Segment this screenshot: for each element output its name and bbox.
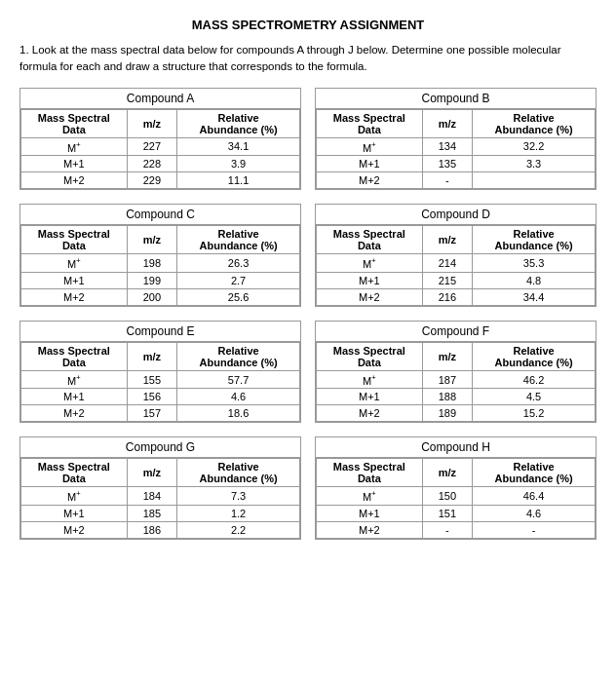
label-cell: M+1 [317,272,423,288]
col-header-mz-D: m/z [422,226,472,254]
compounds-grid: Compound A Mass SpectralData m/z Relativ… [19,88,597,541]
mz-cell: 185 [127,506,176,522]
label-cell: M+ [317,137,423,156]
label-cell: M+ [317,370,423,389]
table-row: M+2 157 18.6 [21,405,300,422]
rel-cell: 34.4 [473,288,596,305]
mz-cell: 228 [127,156,176,172]
table-row: M+ 155 57.7 [21,370,300,389]
col-header-mz-A: m/z [127,109,176,137]
mz-cell: 184 [127,487,176,506]
label-cell: M+1 [21,506,128,522]
table-row: M+2 186 2.2 [21,522,300,539]
mz-cell: 134 [422,137,472,156]
mz-cell: 155 [127,370,176,389]
table-row: M+ 150 46.4 [317,487,596,506]
table-row: M+2 216 34.4 [317,288,596,305]
mz-cell: 135 [422,156,472,172]
compound-block-C: Compound C Mass SpectralData m/z Relativ… [19,204,301,307]
col-header-label-A: Mass SpectralData [21,109,128,137]
intro-text: 1. Look at the mass spectral data below … [19,42,597,76]
rel-cell: 1.2 [177,506,300,522]
col-header-label-C: Mass SpectralData [21,226,128,254]
table-row: M+ 134 32.2 [317,137,596,156]
label-cell: M+ [21,137,128,156]
compound-title-C: Compound C [20,205,300,225]
compound-title-B: Compound B [316,89,596,109]
rel-cell: 7.3 [177,487,300,506]
label-cell: M+2 [21,172,128,189]
compound-block-F: Compound F Mass SpectralData m/z Relativ… [315,321,597,424]
rel-cell: 25.6 [177,288,300,305]
compounds-row-4: Compound G Mass SpectralData m/z Relativ… [19,436,597,540]
rel-cell: 2.2 [177,522,300,539]
rel-cell: 35.3 [473,254,596,273]
mz-cell: 186 [127,522,176,539]
label-cell: M+ [317,487,423,506]
label-cell: M+1 [21,272,128,288]
col-header-mz-G: m/z [127,459,176,487]
col-header-mz-B: m/z [422,109,472,137]
col-header-rel-A: RelativeAbundance (%) [177,109,300,137]
label-cell: M+ [317,254,423,273]
compound-title-D: Compound D [316,205,596,225]
mz-cell: 216 [422,288,472,305]
label-cell: M+ [21,254,128,273]
rel-cell: 11.1 [177,172,300,189]
col-header-mz-C: m/z [127,226,176,254]
mz-cell: 227 [127,137,176,156]
table-row: M+1 185 1.2 [21,506,300,522]
mz-cell: - [422,172,472,189]
col-header-rel-C: RelativeAbundance (%) [177,226,300,254]
col-header-rel-B: RelativeAbundance (%) [473,109,596,137]
col-header-rel-D: RelativeAbundance (%) [473,226,596,254]
col-header-mz-H: m/z [422,459,472,487]
rel-cell: 46.4 [473,487,596,506]
table-row: M+1 156 4.6 [21,389,300,405]
mz-cell: 200 [127,288,176,305]
table-D: Mass SpectralData m/z RelativeAbundance … [316,225,596,306]
compound-title-F: Compound F [316,322,596,342]
col-header-mz-F: m/z [422,342,472,370]
rel-cell: 4.6 [473,506,596,522]
rel-cell: 4.5 [473,389,596,405]
table-row: M+2 189 15.2 [317,405,596,422]
rel-cell: 26.3 [177,254,300,273]
table-row: M+ 187 46.2 [317,370,596,389]
table-row: M+2 200 25.6 [21,288,300,305]
mz-cell: 189 [422,405,472,422]
table-A: Mass SpectralData m/z RelativeAbundance … [20,109,300,190]
mz-cell: 151 [422,506,472,522]
mz-cell: - [422,522,472,539]
rel-cell: 34.1 [177,137,300,156]
rel-cell: 4.8 [473,272,596,288]
table-row: M+1 188 4.5 [317,389,596,405]
compounds-row-2: Compound C Mass SpectralData m/z Relativ… [19,204,597,307]
col-header-label-D: Mass SpectralData [317,226,423,254]
label-cell: M+1 [21,389,128,405]
table-row: M+2 - [317,172,596,189]
table-row: M+ 184 7.3 [21,487,300,506]
table-row: M+ 214 35.3 [317,254,596,273]
label-cell: M+2 [21,522,128,539]
mz-cell: 187 [422,370,472,389]
col-header-rel-E: RelativeAbundance (%) [177,342,300,370]
label-cell: M+2 [21,405,128,422]
label-cell: M+1 [317,389,423,405]
table-row: M+ 227 34.1 [21,137,300,156]
page-title: MASS SPECTROMETRY ASSIGNMENT [19,18,597,32]
compound-block-D: Compound D Mass SpectralData m/z Relativ… [315,204,597,307]
col-header-rel-F: RelativeAbundance (%) [473,342,596,370]
table-row: M+1 135 3.3 [317,156,596,172]
table-row: M+1 199 2.7 [21,272,300,288]
rel-cell: 4.6 [177,389,300,405]
mz-cell: 215 [422,272,472,288]
rel-cell: 18.6 [177,405,300,422]
col-header-label-F: Mass SpectralData [317,342,423,370]
col-header-rel-H: RelativeAbundance (%) [473,459,596,487]
label-cell: M+2 [317,405,423,422]
label-cell: M+1 [21,156,128,172]
rel-cell: - [473,522,596,539]
rel-cell: 46.2 [473,370,596,389]
table-F: Mass SpectralData m/z RelativeAbundance … [316,342,596,423]
